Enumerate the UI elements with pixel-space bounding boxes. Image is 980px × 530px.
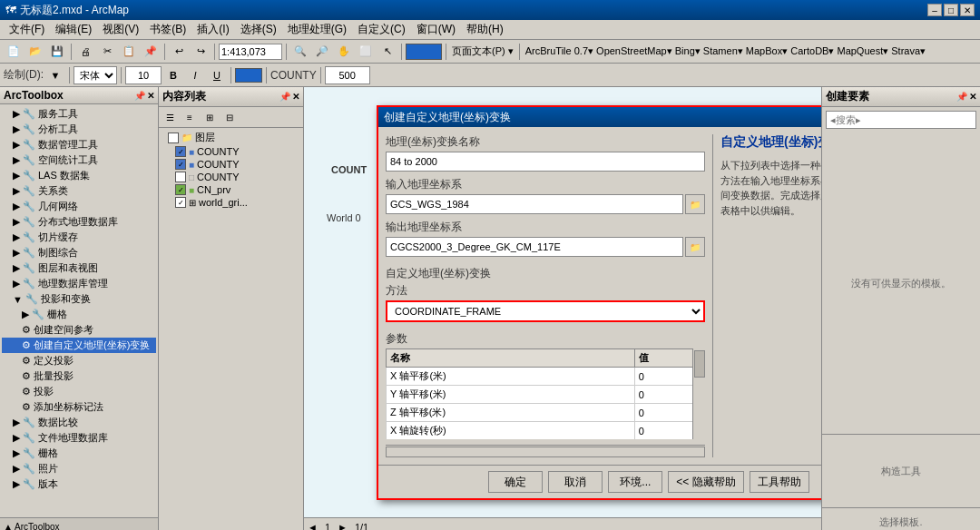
tree-item-data-mgmt[interactable]: ▶🔧数据管理工具 — [2, 137, 156, 152]
layer-item-world[interactable]: ✓ ⊞ world_gri... — [161, 196, 301, 209]
dialog-input-crs-browse[interactable]: 📁 — [685, 194, 705, 214]
map-nav-next[interactable]: ► — [338, 522, 348, 531]
paste-btn[interactable]: 📌 — [141, 43, 161, 61]
layer-item-county3[interactable]: □ COUNTY — [161, 171, 301, 183]
menu-view[interactable]: 视图(V) — [97, 20, 144, 39]
window-controls[interactable]: – □ ✕ — [927, 4, 975, 16]
extent-btn[interactable]: ⬜ — [356, 43, 376, 61]
pan-btn[interactable]: ✋ — [334, 43, 354, 61]
zoom-in-btn[interactable]: 🔍 — [290, 43, 310, 61]
template-search-input[interactable] — [826, 111, 976, 129]
params-scrollbar[interactable] — [692, 348, 705, 439]
content-list-close[interactable]: ✕ — [292, 92, 299, 102]
list-view-btn1[interactable]: ☰ — [161, 109, 179, 125]
dialog-confirm-btn[interactable]: 确定 — [488, 471, 543, 493]
undo-btn[interactable]: ↩ — [169, 43, 189, 61]
redo-btn[interactable]: ↪ — [191, 43, 211, 61]
tree-item-layer[interactable]: ▶🔧图层和表视图 — [2, 260, 156, 276]
menu-file[interactable]: 文件(F) — [4, 20, 50, 39]
arctoolbox-close[interactable]: ✕ — [147, 91, 154, 101]
font-size-input[interactable] — [125, 66, 162, 84]
menu-custom[interactable]: 自定义(C) — [352, 20, 411, 39]
underline-btn[interactable]: U — [207, 66, 227, 84]
dialog-name-input[interactable] — [386, 152, 705, 172]
tree-item-add-coord[interactable]: ⚙添加坐标标记法 — [2, 399, 156, 415]
dialog-output-crs-field[interactable] — [386, 237, 683, 257]
font-select[interactable]: 宋体 — [74, 66, 117, 84]
arctoolbox-pin[interactable]: 📌 — [134, 91, 145, 101]
tree-item-version[interactable]: ▶🔧版本 — [2, 476, 156, 492]
copy-btn[interactable]: 📋 — [119, 43, 139, 61]
layer-checkbox-county2[interactable]: ✓ — [175, 159, 186, 170]
tree-item-las[interactable]: ▶🔧LAS 数据集 — [2, 168, 156, 183]
content-list-pin[interactable]: 📌 — [279, 92, 290, 102]
tree-item-raster2[interactable]: ▶🔧栅格 — [2, 446, 156, 461]
close-btn[interactable]: ✕ — [960, 4, 975, 16]
tree-item-geo-mgmt[interactable]: ▶🔧地理数据库管理 — [2, 276, 156, 291]
tree-item-raster[interactable]: ▶🔧栅格 — [2, 307, 156, 322]
new-btn[interactable]: 📄 — [4, 43, 24, 61]
layer-checkbox-world[interactable]: ✓ — [175, 197, 186, 208]
minimize-btn[interactable]: – — [927, 4, 942, 16]
bold-btn[interactable]: B — [163, 66, 183, 84]
map-nav-prev[interactable]: ◄ — [308, 522, 318, 531]
layer-item-cnprv[interactable]: ✓ ■ CN_prv — [161, 183, 301, 196]
tree-item-geonet[interactable]: ▶🔧几何网络 — [2, 199, 156, 214]
create-feature-close[interactable]: ✕ — [969, 92, 976, 102]
select-btn[interactable]: ↖ — [377, 43, 397, 61]
layer-item-root[interactable]: 📁 图层 — [161, 130, 301, 145]
create-feature-pin[interactable]: 📌 — [956, 92, 967, 102]
menu-geoprocess[interactable]: 地理处理(G) — [282, 20, 352, 39]
menu-bookmark[interactable]: 书签(B) — [144, 20, 191, 39]
open-btn[interactable]: 📂 — [25, 43, 45, 61]
dialog-cancel-btn[interactable]: 取消 — [548, 471, 603, 493]
tree-item-spatial[interactable]: ▶🔧空间统计工具 — [2, 152, 156, 168]
dialog-tool-help-btn[interactable]: 工具帮助 — [750, 471, 809, 493]
tree-item-carto[interactable]: ▶🔧制图综合 — [2, 245, 156, 260]
tree-item-batch-proj[interactable]: ⚙批量投影 — [2, 368, 156, 384]
save-btn[interactable]: 💾 — [47, 43, 67, 61]
italic-btn[interactable]: I — [185, 66, 205, 84]
maximize-btn[interactable]: □ — [944, 4, 958, 16]
tree-item-analysis[interactable]: ▶🔧分析工具 — [2, 122, 156, 137]
scale-input[interactable]: 1:413,073 — [219, 44, 282, 60]
tree-item-fgdb[interactable]: ▶🔧文件地理数据库 — [2, 430, 156, 446]
color-selector[interactable] — [406, 44, 442, 60]
zoom-out-btn[interactable]: 🔎 — [312, 43, 332, 61]
layer-checkbox-county3[interactable] — [175, 172, 186, 182]
tree-item-create-spatial[interactable]: ⚙创建空间参考 — [2, 322, 156, 338]
layer-checkbox-root[interactable] — [168, 132, 179, 143]
tree-item-data-cmp[interactable]: ▶🔧数据比较 — [2, 415, 156, 430]
draw-btn1[interactable]: ▼ — [45, 66, 65, 84]
tree-item-project[interactable]: ⚙投影 — [2, 384, 156, 399]
layer-checkbox-county1[interactable]: ✓ — [175, 146, 186, 157]
tree-item-dist-geo[interactable]: ▶🔧分布式地理数据库 — [2, 214, 156, 230]
tree-item-create-custom[interactable]: ⚙创建自定义地理(坐标)变换 — [2, 338, 156, 353]
print-btn[interactable]: 🖨 — [75, 43, 95, 61]
tree-item-tile[interactable]: ▶🔧切片缓存 — [2, 230, 156, 245]
county-count-input[interactable] — [325, 66, 370, 84]
menu-window[interactable]: 窗口(W) — [411, 20, 461, 39]
h-scroll-track[interactable] — [386, 447, 705, 457]
dialog-output-crs-browse[interactable]: 📁 — [685, 237, 705, 257]
menu-help[interactable]: 帮助(H) — [461, 20, 509, 39]
list-view-btn4[interactable]: ⊟ — [220, 109, 239, 125]
tree-item-define-proj[interactable]: ⚙定义投影 — [2, 353, 156, 368]
menu-insert[interactable]: 插入(I) — [191, 20, 234, 39]
tree-item-relation[interactable]: ▶🔧关系类 — [2, 183, 156, 199]
menu-select[interactable]: 选择(S) — [235, 20, 282, 39]
list-view-btn3[interactable]: ⊞ — [201, 109, 219, 125]
dialog-h-scroll[interactable] — [386, 445, 705, 457]
tree-item-photo[interactable]: ▶🔧照片 — [2, 461, 156, 476]
dialog-input-crs-field[interactable] — [386, 194, 683, 214]
params-scroll-thumb[interactable] — [694, 350, 705, 378]
layer-checkbox-cnprv[interactable]: ✓ — [175, 184, 186, 195]
dialog-method-select[interactable]: COORDINATE_FRAME — [386, 300, 705, 322]
layer-item-county1[interactable]: ✓ ■ COUNTY — [161, 145, 301, 158]
dialog-hide-help-btn[interactable]: << 隐藏帮助 — [668, 471, 743, 493]
list-view-btn2[interactable]: ≡ — [181, 109, 199, 125]
text-color[interactable] — [235, 68, 262, 83]
menu-edit[interactable]: 编辑(E) — [50, 20, 97, 39]
dialog-env-btn[interactable]: 环境... — [608, 471, 662, 493]
tree-item-proj[interactable]: ▼🔧投影和变换 — [2, 291, 156, 307]
